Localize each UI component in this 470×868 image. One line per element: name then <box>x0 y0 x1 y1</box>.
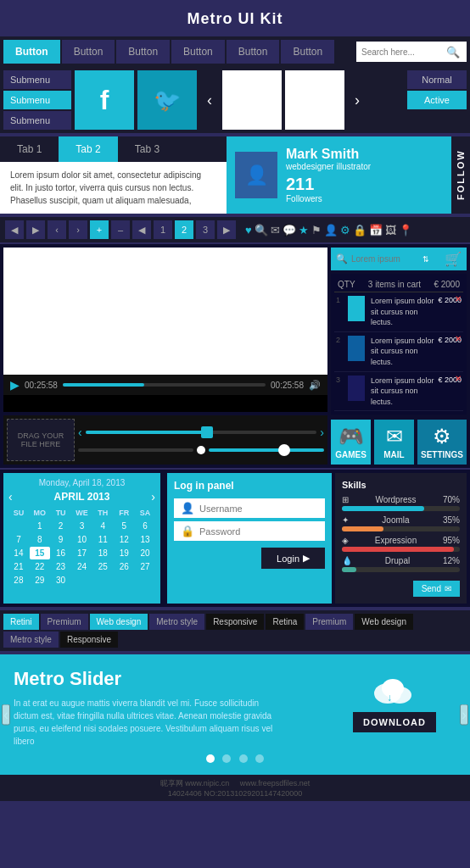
cal-day[interactable]: 5 <box>114 520 134 532</box>
cal-day[interactable]: 25 <box>92 560 113 573</box>
cal-day[interactable]: 30 <box>51 574 71 587</box>
pag-left-btn[interactable]: ‹ <box>48 220 66 239</box>
tag-webdesign[interactable]: Web design <box>90 614 148 630</box>
volume-icon[interactable]: 🔊 <box>309 380 321 391</box>
search-icon[interactable]: 🔍 <box>446 46 460 58</box>
cart-close-2[interactable]: ✕ <box>455 334 462 343</box>
cart-icon[interactable]: 🛒 <box>445 251 462 267</box>
map-icon[interactable]: 📍 <box>399 224 412 236</box>
cal-day[interactable] <box>8 520 29 532</box>
dot-2[interactable] <box>222 754 231 763</box>
search-input[interactable] <box>361 47 446 57</box>
cal-prev-btn[interactable]: ‹ <box>8 490 13 504</box>
flag-icon[interactable]: ⚑ <box>311 224 322 236</box>
button-6[interactable]: Button <box>281 40 334 64</box>
submenu-item-3[interactable]: Submenu <box>3 111 71 130</box>
submenu-item-2[interactable]: Submenu <box>3 91 71 109</box>
range-track-2a[interactable] <box>78 448 193 452</box>
cal-day[interactable]: 26 <box>114 560 134 573</box>
tag-retina[interactable]: Retina <box>266 614 304 630</box>
cal-day[interactable]: 1 <box>30 520 50 532</box>
progress-bar[interactable] <box>63 383 266 387</box>
dot-4[interactable] <box>255 754 264 763</box>
left-arrow-tile[interactable]: ‹ <box>200 70 219 130</box>
pag-page-3[interactable]: 3 <box>196 220 215 239</box>
user-icon-sm[interactable]: 👤 <box>324 224 338 236</box>
range-thumb-2[interactable] <box>197 446 205 454</box>
mail-icon-sm[interactable]: ✉ <box>271 224 280 236</box>
button-3[interactable]: Button <box>116 40 170 64</box>
right-arrow-tile[interactable]: › <box>348 70 366 130</box>
dot-1[interactable] <box>206 754 215 763</box>
cal-day[interactable]: 9 <box>51 533 71 546</box>
cal-day[interactable]: 4 <box>92 520 113 532</box>
cal-day[interactable]: 2 <box>51 520 71 532</box>
slider-nav-left[interactable]: ‹ <box>2 704 10 726</box>
tag-webdesign2[interactable]: Web design <box>355 614 413 630</box>
range-thumb-2b[interactable] <box>278 444 290 456</box>
twitter-tile[interactable]: 🐦 <box>137 70 197 130</box>
cal-day[interactable]: 29 <box>30 574 50 587</box>
range-right-btn[interactable]: › <box>320 426 324 439</box>
tag-responsive2[interactable]: Responsive <box>60 632 118 648</box>
pag-right-btn[interactable]: › <box>69 220 87 239</box>
active-button[interactable]: Active <box>407 91 467 109</box>
cal-day[interactable]: 3 <box>72 520 92 532</box>
calendar-icon-sm[interactable]: 📅 <box>369 224 383 236</box>
range-track-2b[interactable] <box>209 448 324 452</box>
cal-day[interactable]: 24 <box>72 560 92 573</box>
pag-plus-btn[interactable]: + <box>90 220 109 239</box>
send-button[interactable]: Send ✉ <box>413 581 460 597</box>
cal-day[interactable]: 18 <box>92 547 113 559</box>
range-left-btn[interactable]: ‹ <box>78 426 82 439</box>
cal-day[interactable]: 12 <box>114 533 134 546</box>
cal-day[interactable]: 7 <box>8 533 29 546</box>
cal-day[interactable]: 23 <box>51 560 71 573</box>
cal-next-btn[interactable]: › <box>151 490 155 504</box>
tag-responsive[interactable]: Responsive <box>206 614 264 630</box>
pag-prev-btn[interactable]: ◀ <box>5 220 24 239</box>
button-2[interactable]: Button <box>62 40 115 64</box>
panel-search-input[interactable] <box>351 254 419 264</box>
facebook-tile[interactable]: f <box>75 70 134 130</box>
cal-day[interactable]: 28 <box>8 574 29 587</box>
password-input[interactable] <box>199 526 318 537</box>
settings-icon-sm[interactable]: ⚙ <box>340 224 350 236</box>
heart-icon[interactable]: ♥ <box>245 224 252 236</box>
cart-close-1[interactable]: ✕ <box>455 294 462 303</box>
cal-day[interactable]: 27 <box>135 560 155 573</box>
button-1[interactable]: Button <box>3 40 60 64</box>
tag-metrostyle[interactable]: Metro style <box>149 614 204 630</box>
slider-nav-right[interactable]: › <box>460 704 468 726</box>
cal-day[interactable]: 14 <box>8 547 29 559</box>
pag-next-btn[interactable]: ▶ <box>26 220 45 239</box>
mail-tile[interactable]: ✉ MAIL <box>374 420 414 465</box>
cal-day[interactable]: 8 <box>30 533 50 546</box>
cal-day[interactable]: 20 <box>135 547 155 559</box>
photo-icon[interactable]: 🖼 <box>385 224 396 236</box>
pag-minus-btn[interactable]: – <box>111 220 130 239</box>
star-icon[interactable]: ★ <box>299 224 309 236</box>
pag-fwd-btn[interactable]: ▶ <box>217 220 236 239</box>
button-5[interactable]: Button <box>227 40 280 64</box>
dot-3[interactable] <box>239 754 248 763</box>
normal-button[interactable]: Normal <box>407 70 467 89</box>
tab-2[interactable]: Tab 2 <box>59 136 117 162</box>
lock-icon[interactable]: 🔒 <box>353 224 366 236</box>
games-tile[interactable]: 🎮 GAMES <box>331 420 371 465</box>
cal-day[interactable]: 16 <box>51 547 71 559</box>
tab-1[interactable]: Tab 1 <box>0 136 59 162</box>
cart-close-3[interactable]: ✕ <box>455 374 462 383</box>
chat-icon[interactable]: 💬 <box>283 224 296 236</box>
cal-day[interactable]: 6 <box>135 520 155 532</box>
cal-day[interactable]: 22 <box>30 560 50 573</box>
login-button[interactable]: Login ▶ <box>261 548 325 569</box>
tag-premium[interactable]: Premium <box>41 614 88 630</box>
pag-page-1[interactable]: 1 <box>154 220 172 239</box>
pag-page-2[interactable]: 2 <box>175 220 193 239</box>
search-icon-sm[interactable]: 🔍 <box>255 224 268 236</box>
settings-tile[interactable]: ⚙ SETTINGS <box>417 420 467 465</box>
cal-day[interactable]: 13 <box>135 533 155 546</box>
tag-premium2[interactable]: Premium <box>305 614 353 630</box>
sort-icon[interactable]: ⇅ <box>422 255 429 264</box>
